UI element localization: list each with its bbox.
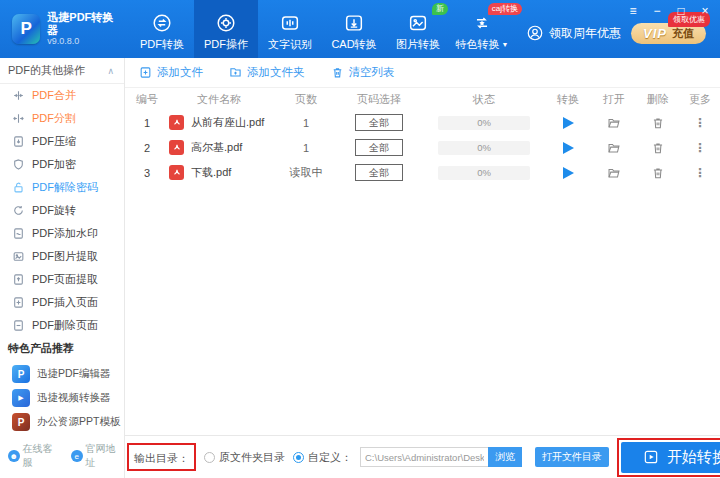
sidebar-item-pdf-watermark[interactable]: PDF添加水印 — [0, 222, 124, 245]
output-bar: 输出目录： 原文件夹目录 自定义： 浏览 打开文件目录 — [125, 435, 720, 478]
maximize-button[interactable]: □ — [674, 4, 688, 18]
file-name-cell: 高尔基.pdf — [169, 140, 278, 155]
col-convert: 转换 — [544, 92, 592, 107]
website-label: 官网地址 — [86, 442, 124, 470]
watermark-icon — [12, 227, 25, 240]
sidebar-item-label: PDF压缩 — [32, 134, 76, 149]
page-select-button[interactable]: 全部 — [355, 164, 403, 181]
sidebar-item-pdf-merge[interactable]: PDF合并 — [0, 84, 124, 107]
image-extract-icon — [12, 250, 25, 263]
convert-play-button[interactable] — [544, 117, 592, 129]
sidebar-item-pdf-delete-page[interactable]: PDF删除页面 — [0, 314, 124, 337]
page-count: 读取中 — [278, 165, 334, 180]
cad-pen-icon — [343, 12, 365, 34]
page-select-button[interactable]: 全部 — [355, 139, 403, 156]
tab-label: 特色转换▼ — [456, 37, 509, 52]
open-folder-button[interactable] — [592, 116, 636, 130]
menu-icon[interactable]: ≡ — [626, 4, 640, 18]
sidebar-item-pdf-split[interactable]: PDF分割 — [0, 107, 124, 130]
sidebar-item-pdf-image-extract[interactable]: PDF图片提取 — [0, 245, 124, 268]
anniversary-offer-link[interactable]: 领取周年优惠 — [526, 24, 621, 42]
product-pdf-editor[interactable]: P 迅捷PDF编辑器 — [8, 362, 124, 386]
user-icon — [526, 24, 544, 42]
browse-button[interactable]: 浏览 — [488, 447, 522, 467]
chevron-down-icon: ▼ — [502, 41, 509, 48]
tab-image-convert[interactable]: 新 图片转换 — [386, 0, 450, 58]
output-path-input[interactable] — [360, 447, 488, 467]
sidebar-item-label: PDF分割 — [32, 111, 76, 126]
file-name-cell: 下载.pdf — [169, 165, 278, 180]
sidebar-item-pdf-encrypt[interactable]: PDF加密 — [0, 153, 124, 176]
folder-open-icon — [607, 116, 621, 130]
close-button[interactable]: × — [698, 4, 712, 18]
product-label: 迅捷PDF编辑器 — [37, 367, 111, 381]
featured-products-section: 特色产品推荐 P 迅捷PDF编辑器 ▶ 迅捷视频转换器 P 办公资源PPT模板 — [0, 341, 124, 434]
play-icon — [563, 142, 574, 154]
start-convert-label: 开始转换 — [667, 448, 720, 467]
pdf-editor-icon: P — [12, 365, 30, 383]
open-folder-button[interactable] — [592, 166, 636, 180]
folder-open-icon — [607, 141, 621, 155]
clear-list-button[interactable]: 清空列表 — [331, 65, 395, 80]
col-open: 打开 — [592, 92, 636, 107]
tab-label: CAD转换 — [331, 37, 376, 52]
delete-row-button[interactable] — [636, 116, 680, 130]
app-version: v9.0.8.0 — [47, 36, 120, 46]
open-folder-button[interactable] — [592, 141, 636, 155]
sidebar-item-label: PDF页面提取 — [32, 272, 98, 287]
convert-play-button[interactable] — [544, 167, 592, 179]
open-output-dir-button[interactable]: 打开文件目录 — [535, 447, 609, 467]
convert-arrows-icon — [151, 12, 173, 34]
file-name: 下载.pdf — [191, 165, 231, 180]
sidebar-item-pdf-compress[interactable]: PDF压缩 — [0, 130, 124, 153]
radio-custom[interactable]: 自定义： — [293, 450, 352, 465]
page-select-button[interactable]: 全部 — [355, 114, 403, 131]
tab-cad-convert[interactable]: CAD转换 — [322, 0, 386, 58]
sidebar-item-pdf-page-extract[interactable]: PDF页面提取 — [0, 268, 124, 291]
tab-label: PDF操作 — [204, 37, 248, 52]
delete-row-button[interactable] — [636, 166, 680, 180]
sidebar-section-header[interactable]: PDF的其他操作 ∧ — [0, 58, 124, 84]
product-label: 迅捷视频转换器 — [37, 391, 111, 405]
tab-label-text: 特色转换 — [456, 37, 500, 52]
sidebar-item-pdf-remove-password[interactable]: PDF解除密码 — [0, 176, 124, 199]
radio-icon — [204, 452, 215, 463]
add-file-button[interactable]: 添加文件 — [139, 65, 203, 80]
app-window: P 迅捷PDF转换器 v9.0.8.0 PDF转换 PDF操作 — [0, 0, 720, 478]
output-dir-annotation-box: 输出目录： — [127, 443, 196, 471]
sidebar-item-pdf-insert-page[interactable]: PDF插入页面 — [0, 291, 124, 314]
col-no: 编号 — [125, 92, 169, 107]
radio-original-folder[interactable]: 原文件夹目录 — [204, 450, 285, 465]
more-options-button[interactable]: ⋮ — [680, 167, 720, 179]
convert-play-button[interactable] — [544, 142, 592, 154]
tab-pdf-convert[interactable]: PDF转换 — [130, 0, 194, 58]
radio-custom-label: 自定义： — [308, 450, 352, 465]
more-options-button[interactable]: ⋮ — [680, 142, 720, 154]
online-support-link[interactable]: ☻ 在线客服 — [8, 442, 61, 470]
col-status: 状态 — [424, 92, 544, 107]
sidebar-item-pdf-rotate[interactable]: PDF旋转 — [0, 199, 124, 222]
main-panel: 添加文件 添加文件夹 清空列表 编号 文件名称 页数 页码选择 状态 转换 打开 — [125, 58, 720, 478]
file-plus-icon — [139, 66, 152, 79]
delete-row-button[interactable] — [636, 141, 680, 155]
sidebar-item-label: PDF加密 — [32, 157, 76, 172]
product-ppt-templates[interactable]: P 办公资源PPT模板 — [8, 410, 124, 434]
featured-products-title: 特色产品推荐 — [8, 341, 124, 356]
website-link[interactable]: e 官网地址 — [71, 442, 124, 470]
tab-label: 文字识别 — [268, 37, 312, 52]
add-folder-button[interactable]: 添加文件夹 — [229, 65, 305, 80]
tab-special-convert[interactable]: caj转换 特色转换▼ — [450, 0, 514, 58]
product-label: 办公资源PPT模板 — [37, 415, 120, 429]
product-video-converter[interactable]: ▶ 迅捷视频转换器 — [8, 386, 124, 410]
merge-icon — [12, 89, 25, 102]
row-number: 2 — [125, 142, 169, 154]
tab-ocr[interactable]: 文字识别 — [258, 0, 322, 58]
more-options-button[interactable]: ⋮ — [680, 117, 720, 129]
sidebar-item-label: PDF添加水印 — [32, 226, 98, 241]
table-header: 编号 文件名称 页数 页码选择 状态 转换 打开 删除 更多 — [125, 88, 720, 110]
minimize-button[interactable]: − — [650, 4, 664, 18]
tab-pdf-operate[interactable]: PDF操作 — [194, 0, 258, 58]
new-badge: 新 — [432, 3, 448, 15]
start-convert-button[interactable]: 开始转换 — [621, 442, 720, 473]
special-convert-icon — [471, 12, 493, 34]
